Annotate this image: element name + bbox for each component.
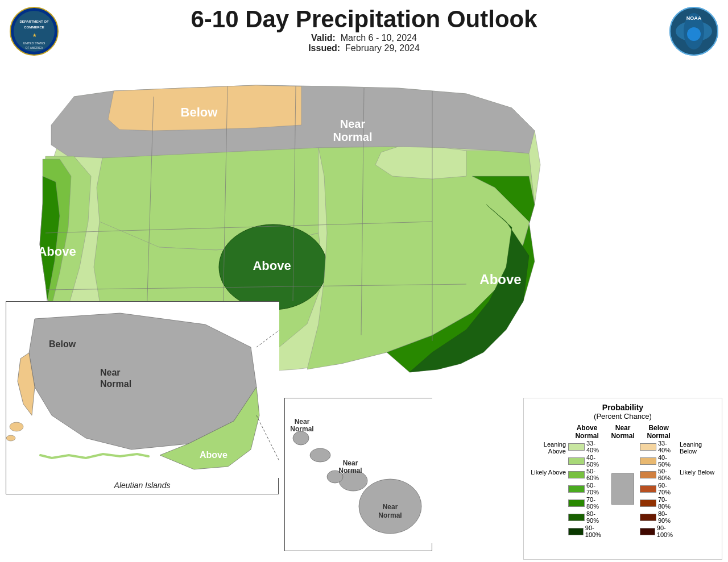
svg-point-12 xyxy=(687,27,701,41)
near-normal-header: Near Normal xyxy=(611,424,634,440)
valid-dates: March 6 - 10, 2024 xyxy=(341,33,417,43)
label-near-normal-north: Near xyxy=(340,118,366,130)
svg-point-24 xyxy=(10,422,23,431)
svg-text:DEPARTMENT OF: DEPARTMENT OF xyxy=(19,20,49,23)
svg-text:Near: Near xyxy=(100,368,121,377)
swatch-above-50 xyxy=(568,471,585,478)
aleutian-label: Aleutian Islands xyxy=(114,480,171,491)
svg-text:Above: Above xyxy=(200,450,228,460)
likely-below-label: Likely Below xyxy=(680,469,714,476)
legend-title: Probability xyxy=(528,403,717,412)
above-normal-header: Above Normal xyxy=(575,424,598,440)
issued-line: Issued: February 29, 2024 xyxy=(0,43,728,53)
label-below-north: Below xyxy=(181,105,218,119)
valid-label: Valid: xyxy=(311,33,336,43)
below-normal-header: Below Normal xyxy=(647,424,670,440)
svg-point-37 xyxy=(293,431,309,445)
swatch-above-90 xyxy=(568,528,584,535)
svg-point-25 xyxy=(6,435,15,441)
svg-text:★: ★ xyxy=(32,33,37,38)
issued-label: Issued: xyxy=(308,43,340,53)
swatch-below-80 xyxy=(640,514,656,521)
swatch-above-33 xyxy=(568,443,585,451)
swatch-below-60 xyxy=(640,485,656,493)
label-above-central: Above xyxy=(253,259,291,273)
swatch-above-80 xyxy=(568,514,585,521)
legend-subtitle: (Percent Chance) xyxy=(528,412,717,421)
svg-text:Normal: Normal xyxy=(290,425,313,433)
label-above-east: Above xyxy=(479,272,521,287)
svg-text:UNITED STATES: UNITED STATES xyxy=(23,41,46,45)
near-normal-swatch xyxy=(611,473,634,505)
map-container: Above Below Near Normal Above Above xyxy=(0,63,728,562)
alaska-inset: Below Near Normal Above Aleutian Islands xyxy=(6,301,279,494)
swatch-below-70 xyxy=(640,499,656,507)
likely-above-label: Likely Above xyxy=(531,469,566,476)
label-above-west: Above xyxy=(38,244,76,259)
svg-point-36 xyxy=(310,448,330,462)
legend: Probability (Percent Chance) Above Norma… xyxy=(523,398,722,560)
swatch-below-50 xyxy=(640,471,656,478)
noaa-logo: NOAA xyxy=(668,6,719,57)
svg-text:Near: Near xyxy=(383,503,398,511)
doc-logo: DEPARTMENT OF COMMERCE ★ UNITED STATES O… xyxy=(9,6,60,57)
issued-date: February 29, 2024 xyxy=(345,43,420,53)
label-near-normal-north2: Normal xyxy=(333,131,373,143)
svg-text:Near: Near xyxy=(295,418,310,426)
page-title: 6-10 Day Precipitation Outlook xyxy=(0,6,728,33)
svg-text:OF AMERICA: OF AMERICA xyxy=(26,46,44,49)
svg-text:Near: Near xyxy=(343,459,358,467)
svg-text:Normal: Normal xyxy=(378,511,402,519)
swatch-below-40 xyxy=(640,457,656,465)
valid-line: Valid: March 6 - 10, 2024 xyxy=(0,33,728,43)
swatch-below-90 xyxy=(640,528,655,535)
svg-text:COMMERCE: COMMERCE xyxy=(24,26,44,29)
leaning-below-label: Leaning Below xyxy=(680,441,702,455)
hawaii-inset: Near Normal Near Normal Near Normal xyxy=(284,398,432,551)
page-header: 6-10 Day Precipitation Outlook Valid: Ma… xyxy=(0,0,728,56)
leaning-above-label: Leaning Above xyxy=(544,441,566,455)
swatch-above-70 xyxy=(568,499,585,507)
swatch-below-33 xyxy=(640,443,656,451)
swatch-above-60 xyxy=(568,485,585,493)
svg-text:Normal: Normal xyxy=(100,379,131,389)
swatch-above-40 xyxy=(568,457,585,465)
svg-text:Normal: Normal xyxy=(338,467,362,474)
svg-text:Below: Below xyxy=(49,339,76,349)
svg-text:NOAA: NOAA xyxy=(686,15,702,21)
